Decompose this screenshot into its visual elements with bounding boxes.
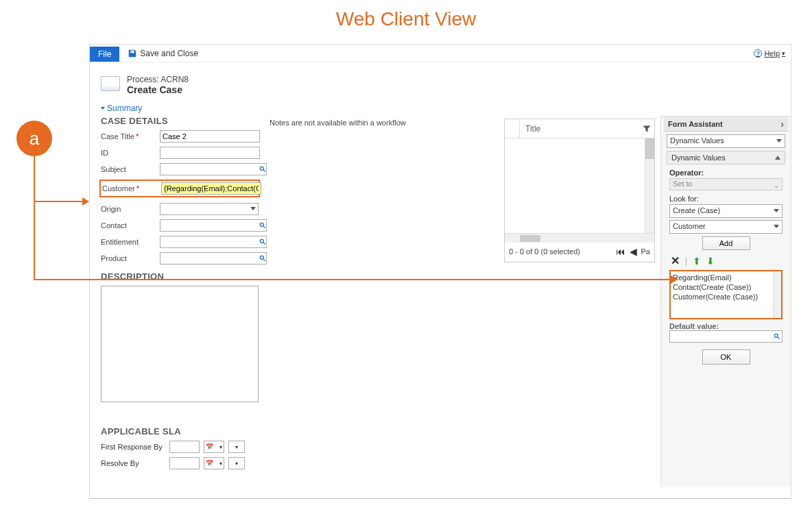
help-label: Help [764, 49, 780, 58]
resolve-by-label: Resolve By [101, 459, 169, 467]
assistant-type-select[interactable]: Dynamic Values [667, 134, 785, 148]
page-heading: Web Client View [0, 0, 812, 34]
svg-point-2 [260, 223, 263, 226]
process-title: Create Case [127, 84, 189, 95]
operator-select[interactable]: Set to⌄ [669, 178, 783, 191]
list-item[interactable]: Customer(Create (Case)) [673, 292, 779, 302]
chevron-down-icon: ▾ [219, 444, 222, 450]
triangle-up-icon [775, 156, 780, 160]
grid-filter-button[interactable] [639, 125, 654, 133]
app-window: File Save and Close ? Help ▾ Process: AC… [89, 44, 791, 499]
form-assistant-header[interactable]: Form Assistant› [664, 116, 788, 132]
svg-line-9 [777, 337, 779, 339]
customer-row-highlight: Customer* [99, 180, 260, 197]
entitlement-label: Entitlement [101, 238, 160, 246]
first-response-date-input[interactable] [169, 441, 200, 453]
grid-footer: 0 - 0 of 0 (0 selected) ⏮ ◀ Pa [505, 243, 654, 260]
customer-input[interactable] [161, 182, 261, 195]
contact-input[interactable] [160, 219, 259, 232]
form-assistant-panel: Form Assistant› Dynamic Values Dynamic V… [660, 116, 791, 487]
annotation-arrow-customer [82, 197, 89, 206]
resolve-by-calendar-button[interactable]: 📅▾ [204, 457, 224, 469]
calendar-icon: 📅 [206, 460, 213, 467]
case-details-heading: CASE DETAILS [101, 116, 259, 126]
chevron-down-icon: ▾ [235, 444, 238, 450]
file-menu-button[interactable]: File [90, 47, 119, 62]
product-input[interactable] [160, 252, 259, 265]
process-icon [101, 76, 120, 91]
grid-page-label: Pa [641, 247, 650, 256]
id-label: ID [101, 149, 160, 157]
default-value-lookup-button[interactable] [772, 330, 783, 343]
grid-first-page-button[interactable]: ⏮ [616, 246, 625, 257]
default-value-input[interactable] [669, 330, 772, 343]
list-item[interactable]: Contact(Create (Case)) [673, 282, 779, 292]
notes-unavailable-text: Notes are not available within a workflo… [270, 116, 497, 127]
first-response-time-button[interactable]: ▾ [228, 441, 245, 453]
first-response-label: First Response By [101, 443, 169, 451]
origin-dropdown[interactable] [160, 203, 259, 215]
left-column: CASE DETAILS Case Title* ID Subject [90, 116, 264, 487]
operator-label: Operator: [669, 169, 783, 177]
grid-prev-page-button[interactable]: ◀ [630, 246, 637, 257]
subject-input[interactable] [160, 163, 259, 175]
dynamic-values-listbox[interactable]: Regarding(Email) Contact(Create (Case)) … [669, 270, 783, 319]
chevron-right-icon: › [780, 119, 784, 130]
chevron-down-icon [774, 225, 779, 228]
entitlement-input[interactable] [160, 236, 259, 248]
related-grid: Title 0 - 0 of 0 (0 selected) [504, 119, 655, 262]
customer-label: Customer* [102, 184, 161, 193]
summary-section-toggle[interactable]: Summary [90, 101, 791, 116]
lookup-icon [774, 333, 780, 340]
resolve-by-time-button[interactable]: ▾ [228, 457, 245, 469]
dynamic-values-section[interactable]: Dynamic Values [667, 151, 785, 164]
filter-icon [643, 125, 651, 133]
grid-body [505, 138, 654, 233]
save-close-label: Save and Close [140, 49, 198, 58]
chevron-down-icon [774, 209, 779, 212]
save-and-close-button[interactable]: Save and Close [128, 49, 198, 58]
chevron-down-icon [250, 207, 256, 210]
list-item[interactable]: Regarding(Email) [673, 273, 779, 282]
annotation-line-to-list [34, 279, 671, 280]
help-link[interactable]: ? Help ▾ [754, 49, 785, 58]
chevron-down-icon: ⌄ [774, 182, 779, 189]
case-title-input[interactable] [160, 130, 260, 143]
listbox-scrollbar[interactable] [773, 271, 781, 318]
ok-button[interactable]: OK [702, 349, 750, 365]
move-down-button[interactable]: ⬇ [706, 256, 715, 267]
subject-label: Subject [101, 165, 160, 173]
chevron-down-icon [776, 139, 782, 143]
svg-point-0 [260, 167, 263, 170]
remove-button[interactable]: ✕ [671, 254, 680, 267]
calendar-icon: 📅 [206, 443, 213, 450]
description-textarea[interactable] [101, 286, 259, 402]
grid-horizontal-scrollbar[interactable] [505, 233, 654, 243]
add-button[interactable]: Add [702, 236, 750, 250]
grid-select-column[interactable] [505, 119, 520, 138]
separator: | [685, 256, 687, 266]
grid-title-column[interactable]: Title [520, 124, 639, 134]
annotation-line-vertical [34, 156, 35, 280]
resolve-by-date-input[interactable] [169, 457, 200, 469]
help-icon: ? [754, 49, 762, 58]
first-response-calendar-button[interactable]: 📅▾ [204, 441, 224, 453]
chevron-down-icon: ▾ [235, 460, 238, 467]
svg-point-4 [260, 239, 263, 243]
annotation-badge-a: a [16, 121, 52, 156]
default-value-label: Default value: [669, 322, 783, 330]
top-toolbar: File Save and Close ? Help ▾ [90, 45, 791, 62]
grid-vertical-scrollbar[interactable] [645, 138, 654, 233]
contact-label: Contact [101, 221, 160, 230]
annotation-line-to-customer [34, 201, 83, 202]
look-for-entity-select[interactable]: Create (Case) [669, 204, 783, 218]
id-input[interactable] [160, 147, 260, 159]
svg-point-6 [260, 256, 263, 259]
look-for-field-select[interactable]: Customer [669, 220, 783, 234]
move-up-button[interactable]: ⬆ [693, 256, 701, 267]
origin-label: Origin [101, 205, 160, 213]
product-label: Product [101, 254, 160, 262]
middle-column: Notes are not available within a workflo… [264, 116, 660, 487]
sla-heading: APPLICABLE SLA [101, 426, 259, 437]
chevron-down-icon: ▾ [219, 460, 222, 467]
